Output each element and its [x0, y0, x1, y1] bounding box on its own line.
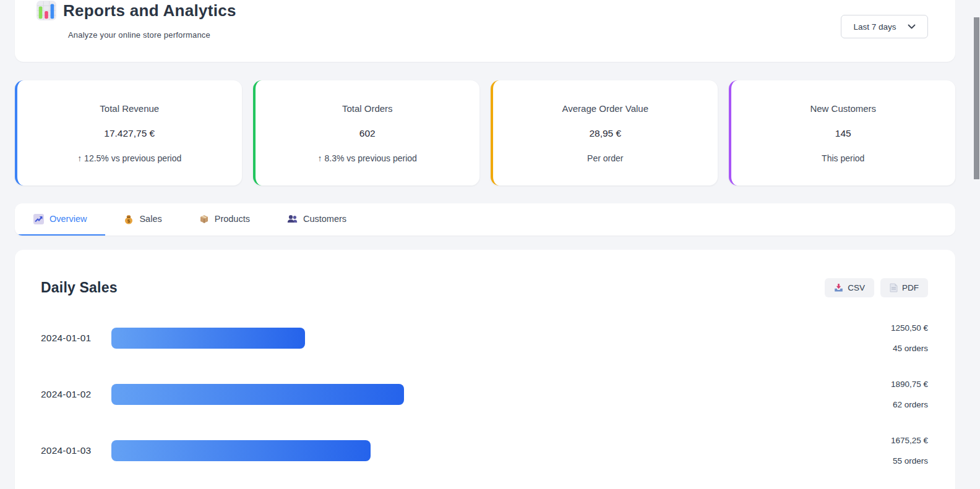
tab-label: Products — [215, 214, 250, 224]
stat-card-new-customers: New Customers 145 This period — [729, 80, 956, 185]
bar-chart-icon — [36, 0, 57, 21]
scrollbar[interactable] — [973, 0, 980, 489]
tab-label: Sales — [139, 214, 161, 224]
sales-bar-track — [111, 384, 834, 405]
stat-value: 145 — [835, 128, 851, 139]
stat-label: New Customers — [810, 103, 876, 114]
stat-label: Total Orders — [342, 103, 393, 114]
csv-button-label: CSV — [848, 283, 865, 292]
pdf-export-button[interactable]: PDF — [880, 278, 928, 297]
page-title: Reports and Analytics — [63, 1, 236, 20]
stat-value: 17.427,75 € — [104, 128, 155, 139]
section-title: Daily Sales — [41, 279, 118, 296]
sales-row-revenue: 1250,50 € — [846, 323, 928, 333]
sales-bar-track — [111, 328, 834, 349]
sales-row: 2024-01-03 1675,25 € 55 orders — [41, 436, 928, 466]
sales-row-revenue: 1675,25 € — [846, 436, 928, 445]
scrollbar-thumb[interactable] — [974, 17, 979, 179]
package-icon — [199, 214, 209, 224]
sales-bar — [111, 440, 371, 461]
sales-bar-track — [111, 440, 834, 461]
stat-label: Average Order Value — [562, 103, 648, 114]
stat-sub: ↑ 12.5% vs previous period — [77, 153, 181, 163]
tab-products[interactable]: Products — [181, 203, 269, 236]
sales-row-orders: 62 orders — [846, 400, 928, 409]
document-icon — [890, 283, 898, 292]
csv-export-button[interactable]: CSV — [825, 278, 874, 297]
stat-value: 28,95 € — [589, 128, 621, 139]
sales-row: 2024-01-02 1890,75 € 62 orders — [41, 380, 928, 409]
export-buttons: CSV PDF — [825, 278, 928, 297]
sales-row-date: 2024-01-01 — [41, 333, 111, 344]
page-header: Reports and Analytics Analyze your onlin… — [15, 0, 955, 62]
chevron-down-icon — [908, 24, 916, 29]
period-select-value: Last 7 days — [853, 22, 896, 32]
stat-card-average-order-value: Average Order Value 28,95 € Per order — [491, 80, 718, 185]
daily-sales-panel: Daily Sales CSV — [15, 250, 955, 489]
tab-overview[interactable]: Overview — [15, 203, 105, 236]
sales-row-date: 2024-01-02 — [41, 389, 111, 400]
stat-sub: Per order — [587, 153, 623, 163]
people-icon — [287, 215, 298, 224]
sales-row: 2024-01-01 1250,50 € 45 orders — [41, 323, 928, 353]
stat-label: Total Revenue — [100, 103, 159, 114]
chart-increasing-icon — [33, 214, 44, 224]
sales-row-revenue: 1890,75 € — [846, 380, 928, 389]
daily-sales-chart: 2024-01-01 1250,50 € 45 orders 2024-01-0… — [41, 323, 928, 466]
stat-sub: ↑ 8.3% vs previous period — [318, 153, 417, 163]
money-bag-icon: $ — [124, 214, 134, 224]
sales-bar — [111, 384, 404, 405]
sales-row-orders: 55 orders — [846, 456, 928, 466]
header-left: Reports and Analytics Analyze your onlin… — [36, 0, 236, 62]
download-icon — [834, 283, 843, 292]
stat-card-total-revenue: Total Revenue 17.427,75 € ↑ 12.5% vs pre… — [15, 80, 242, 185]
stats-row: Total Revenue 17.427,75 € ↑ 12.5% vs pre… — [15, 80, 955, 185]
sales-row-date: 2024-01-03 — [41, 445, 111, 456]
stat-value: 602 — [359, 128, 376, 139]
stat-card-total-orders: Total Orders 602 ↑ 8.3% vs previous peri… — [253, 80, 480, 185]
stat-sub: This period — [822, 153, 864, 163]
pdf-button-label: PDF — [902, 283, 919, 292]
svg-text:$: $ — [127, 218, 131, 223]
tab-label: Customers — [303, 214, 346, 224]
tab-sales[interactable]: $ Sales — [105, 203, 180, 236]
sales-bar — [111, 328, 305, 349]
tab-bar: Overview $ Sales — [15, 203, 955, 236]
period-select[interactable]: Last 7 days — [841, 15, 928, 38]
page-container: Reports and Analytics Analyze your onlin… — [15, 0, 955, 489]
sales-row-orders: 45 orders — [846, 344, 928, 353]
page-subtitle: Analyze your online store performance — [68, 30, 236, 40]
tab-customers[interactable]: Customers — [269, 203, 365, 236]
tab-label: Overview — [49, 214, 87, 224]
